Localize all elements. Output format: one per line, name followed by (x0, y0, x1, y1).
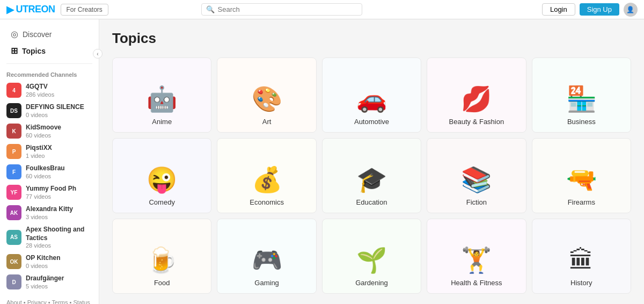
recommended-section-label: Recommended Channels (0, 68, 99, 80)
channel-count: 60 videos (26, 173, 65, 179)
search-bar: 🔍 (201, 3, 362, 16)
sidebar-item-topics[interactable]: ⊞ Topics (6, 42, 92, 59)
channel-avatar: K (6, 124, 21, 139)
for-creators-button[interactable]: For Creators (61, 4, 108, 16)
channel-count: 286 videos (26, 91, 54, 98)
topic-card-history[interactable]: 🏛 History (532, 219, 631, 294)
login-button[interactable]: Login (542, 3, 575, 16)
channel-avatar: AS (6, 230, 21, 245)
channel-item[interactable]: AS Apex Shooting and Tactics 28 videos (0, 223, 99, 251)
channel-info: DEFYING SILENCE 0 videos (26, 103, 84, 118)
footer-status[interactable]: Status (73, 299, 90, 304)
topic-name: Comedy (144, 195, 179, 213)
channel-item[interactable]: D Draufgänger 5 videos (0, 272, 99, 292)
topic-icon: 💋 (461, 86, 492, 111)
topic-card-anime[interactable]: 🤖 Anime (112, 57, 211, 133)
page-title: Topics (112, 30, 631, 47)
channel-item[interactable]: F FoulkesBrau 60 videos (0, 162, 99, 182)
channel-count: 5 videos (26, 283, 64, 289)
topic-icon: 🎓 (356, 167, 387, 192)
channel-count: 60 videos (26, 132, 61, 139)
main-content: Topics 🤖 Anime 🎨 Art 🚗 Automotive 💋 Beau… (99, 19, 644, 304)
topic-icon: 🏪 (566, 86, 597, 111)
topnav: ▶ UTREON For Creators 🔍 Login Sign Up 👤 (0, 0, 644, 19)
topic-card-beauty-fashion[interactable]: 💋 Beauty & Fashion (427, 57, 526, 133)
topic-card-comedy[interactable]: 😜 Comedy (112, 138, 211, 213)
channel-name: Alexandra Kitty (26, 205, 73, 214)
channel-avatar: AK (6, 205, 21, 220)
footer-terms[interactable]: Terms (52, 299, 68, 304)
channel-name: Draufgänger (26, 274, 64, 283)
sidebar-discover-label: Discover (23, 30, 52, 39)
footer-about[interactable]: About (6, 299, 22, 304)
channel-name: Apex Shooting and Tactics (26, 226, 92, 242)
discover-icon: ◎ (11, 29, 18, 39)
sidebar: ‹ ◎ Discover ⊞ Topics Recommended Channe… (0, 19, 99, 304)
topic-icon: 🍺 (147, 248, 177, 272)
channel-info: Alexandra Kitty 3 videos (26, 205, 73, 220)
collapse-sidebar-button[interactable]: ‹ (93, 49, 103, 59)
channel-info: OP Kitchen 0 videos (26, 254, 60, 269)
topic-icon: 🎮 (252, 248, 282, 272)
channel-info: Draufgänger 5 videos (26, 274, 64, 289)
channel-avatar: YF (6, 185, 21, 200)
topic-name: History (566, 276, 596, 293)
channel-name: Yummy Food Ph (26, 185, 76, 193)
topic-card-art[interactable]: 🎨 Art (217, 57, 316, 133)
topic-card-health-fitness[interactable]: 🏋 Health & Fitness (427, 219, 526, 294)
signup-button[interactable]: Sign Up (580, 3, 619, 16)
topic-icon: 🚗 (356, 86, 387, 111)
topic-name: Firearms (564, 195, 599, 213)
channel-name: KidSmoove (26, 124, 61, 132)
search-input[interactable] (218, 5, 357, 13)
topic-name: Food (150, 276, 174, 293)
channel-count: 3 videos (26, 214, 73, 220)
topic-name: Art (258, 114, 276, 132)
layout: ‹ ◎ Discover ⊞ Topics Recommended Channe… (0, 19, 644, 304)
topic-name: Gardening (351, 276, 392, 293)
topic-icon: 🏋 (461, 248, 492, 272)
channel-count: 77 videos (26, 193, 76, 200)
channel-item[interactable]: 4 4GQTV 286 videos (0, 80, 99, 100)
channel-item[interactable]: YF Yummy Food Ph 77 videos (0, 182, 99, 202)
channel-item[interactable]: OK OP Kitchen 0 videos (0, 251, 99, 272)
topic-name: Economics (245, 195, 288, 213)
channel-item[interactable]: DS DEFYING SILENCE 0 videos (0, 100, 99, 121)
topic-icon: 🤖 (147, 86, 177, 111)
channel-item[interactable]: AK Alexandra Kitty 3 videos (0, 202, 99, 223)
topic-name: Education (352, 195, 392, 213)
avatar[interactable]: 👤 (624, 3, 638, 17)
channel-info: 4GQTV 286 videos (26, 83, 54, 98)
footer-privacy[interactable]: Privacy (27, 299, 47, 304)
logo[interactable]: ▶ UTREON (6, 4, 55, 16)
channel-name: OP Kitchen (26, 254, 60, 263)
topic-card-business[interactable]: 🏪 Business (532, 57, 631, 133)
topic-icon: 😜 (147, 167, 177, 192)
topic-card-fiction[interactable]: 📚 Fiction (427, 138, 526, 213)
topic-card-education[interactable]: 🎓 Education (322, 138, 421, 213)
channel-item[interactable]: K KidSmoove 60 videos (0, 121, 99, 141)
topic-card-economics[interactable]: 💰 Economics (217, 138, 316, 213)
topic-card-firearms[interactable]: 🔫 Firearms (532, 138, 631, 213)
channel-info: PiqstiXX 1 video (26, 144, 52, 159)
sidebar-divider (6, 63, 92, 64)
topics-grid: 🤖 Anime 🎨 Art 🚗 Automotive 💋 Beauty & Fa… (112, 57, 631, 294)
sidebar-item-discover[interactable]: ◎ Discover (6, 26, 92, 42)
channel-count: 1 video (26, 153, 52, 159)
channel-avatar: P (6, 144, 21, 159)
nav-right: Login Sign Up 👤 (542, 3, 638, 17)
topic-card-food[interactable]: 🍺 Food (112, 219, 211, 294)
topic-card-gardening[interactable]: 🌱 Gardening (322, 219, 421, 294)
channel-avatar: F (6, 164, 21, 179)
topic-card-gaming[interactable]: 🎮 Gaming (217, 219, 316, 294)
channel-item[interactable]: P PiqstiXX 1 video (0, 141, 99, 162)
topic-name: Fiction (462, 195, 491, 213)
topic-name: Business (563, 114, 600, 132)
topic-card-automotive[interactable]: 🚗 Automotive (322, 57, 421, 133)
topic-name: Anime (148, 114, 176, 132)
topic-name: Gaming (250, 276, 283, 293)
channel-avatar: D (6, 274, 21, 289)
channel-avatar: OK (6, 254, 21, 269)
channels-list: 4 4GQTV 286 videos DS DEFYING SILENCE 0 … (0, 80, 99, 292)
topic-icon: 📚 (461, 167, 492, 192)
